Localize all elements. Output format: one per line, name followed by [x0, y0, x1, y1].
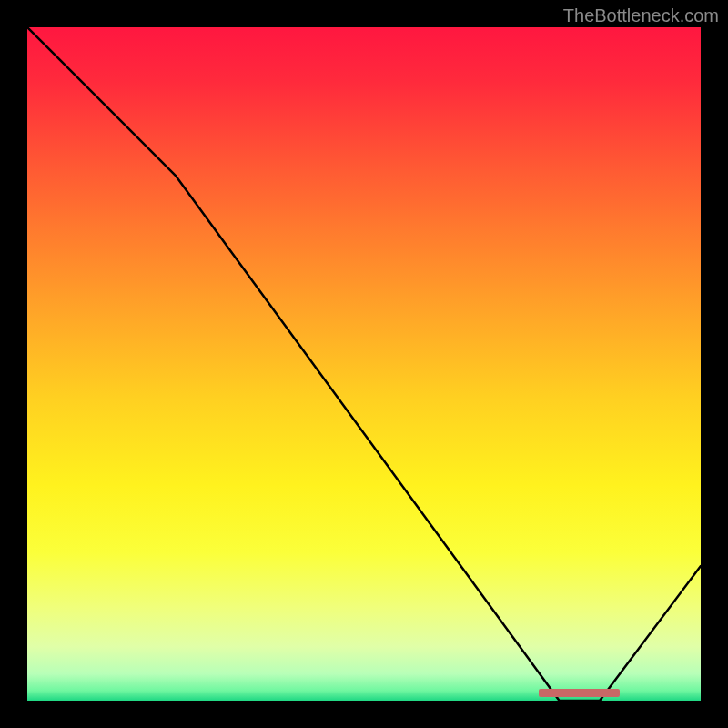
bottleneck-curve [27, 27, 701, 701]
watermark-text: TheBottleneck.com [563, 5, 719, 26]
optimal-range-marker [539, 689, 620, 697]
chart-area [27, 27, 701, 701]
